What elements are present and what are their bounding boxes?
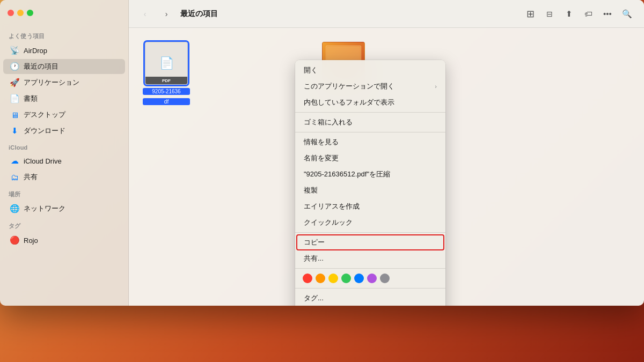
back-button[interactable]: ‹ [137,6,152,21]
desktop-icon: 🖥 [10,110,19,120]
tag-dot-red[interactable] [303,274,312,283]
sidebar-item-documents-label: 書類 [24,94,38,104]
ctx-copy[interactable]: コピー [296,234,444,250]
ctx-duplicate[interactable]: 複製 [296,182,444,198]
ctx-quicklook[interactable]: クイックルック [296,215,444,231]
close-button[interactable] [8,10,14,16]
toolbar-actions: ⊞ ⊟ ⬆ 🏷 ••• 🔍 [522,6,635,21]
file-name-badge-2: df [143,98,190,105]
pdf-icon: 📄 [159,56,174,70]
ctx-get-info[interactable]: 情報を見る [296,134,444,150]
ctx-sep-3 [295,232,445,233]
ctx-rename-label: 名前を変更 [304,153,339,163]
icloud-drive-icon: ☁ [10,156,19,166]
sidebar: よく使う項目 📡 AirDrop 🕐 最近の項目 🚀 アプリケーション 📄 書類… [0,0,129,306]
sidebar-item-network-label: ネットワーク [24,204,65,213]
ctx-open-with-arrow: › [435,83,437,90]
ctx-tags-label: タグ... [304,293,324,303]
ctx-share[interactable]: 共有... [296,250,444,267]
ctx-alias-label: エイリアスを作成 [304,202,360,211]
search-button[interactable]: 🔍 [618,6,635,21]
toolbar: ‹ › 最近の項目 ⊞ ⊟ ⬆ 🏷 ••• 🔍 [129,0,644,28]
ctx-show-folder-label: 内包しているフォルダで表示 [304,98,394,107]
tag-button[interactable]: 🏷 [580,6,597,21]
ctx-tags[interactable]: タグ... [296,290,444,306]
file-area: 📄 PDF 9205-21636 df スクリーンショット2023-0...13… [129,28,644,306]
sidebar-item-icloud-drive-label: iCloud Drive [24,157,62,165]
ctx-share-label: 共有... [304,254,324,263]
view-grid-button[interactable]: ⊞ [522,6,539,21]
sidebar-item-network[interactable]: 🌐 ネットワーク [3,201,125,216]
ctx-trash-label: ゴミ箱に入れる [304,117,353,127]
ctx-compress-label: "9205-21636512.pdf"を圧縮 [304,169,390,179]
sidebar-item-downloads[interactable]: ⬇ ダウンロード [3,123,125,138]
tag-red-icon: 🔴 [10,235,19,245]
airdrop-icon: 📡 [10,46,19,55]
sidebar-item-desktop[interactable]: 🖥 デスクトップ [3,107,125,122]
finder-window: よく使う項目 📡 AirDrop 🕐 最近の項目 🚀 アプリケーション 📄 書類… [0,0,644,306]
sidebar-item-icloud-drive[interactable]: ☁ iCloud Drive [3,153,125,168]
tag-dot-blue[interactable] [354,274,364,283]
tag-dot-orange[interactable] [316,274,325,283]
sidebar-item-shared-label: 共有 [24,172,38,182]
ctx-sep-1 [295,112,445,113]
ctx-open-label: 開く [304,65,318,75]
sidebar-section-places: 場所 [0,185,128,201]
ctx-open-with[interactable]: このアプリケーションで開く › [296,78,444,94]
main-content: ‹ › 最近の項目 ⊞ ⊟ ⬆ 🏷 ••• 🔍 📄 PDF [129,0,644,306]
sidebar-item-recent[interactable]: 🕐 最近の項目 [3,59,125,74]
downloads-icon: ⬇ [10,126,19,136]
ctx-copy-label: コピー [304,238,325,247]
fullscreen-button[interactable] [27,10,33,16]
shared-icon: 🗂 [10,172,19,182]
sidebar-item-airdrop[interactable]: 📡 AirDrop [3,43,125,58]
ctx-duplicate-label: 複製 [304,186,318,195]
ctx-sep-2 [295,132,445,132]
share-button[interactable]: ⬆ [560,6,577,21]
sidebar-item-recent-label: 最近の項目 [24,62,58,71]
traffic-lights [8,10,33,16]
view-list-button[interactable]: ⊟ [541,6,558,21]
ctx-alias[interactable]: エイリアスを作成 [296,198,444,215]
ctx-sep-4 [295,268,445,269]
tag-dot-yellow[interactable] [328,274,338,283]
sidebar-item-shared[interactable]: 🗂 共有 [3,169,125,184]
ctx-show-folder[interactable]: 内包しているフォルダで表示 [296,94,444,110]
more-button[interactable]: ••• [599,6,616,21]
sidebar-section-favorites: よく使う項目 [0,27,128,42]
sidebar-section-icloud: iCloud [0,139,128,153]
network-icon: 🌐 [10,204,19,213]
documents-icon: 📄 [10,94,19,104]
tag-dot-gray[interactable] [380,274,390,283]
pdf-type-label: PDF [145,77,187,84]
ctx-quicklook-label: クイックルック [304,218,353,227]
sidebar-item-desktop-label: デスクトップ [24,110,65,120]
sidebar-section-tags: タグ [0,217,128,232]
ctx-open[interactable]: 開く [296,62,444,78]
sidebar-item-airdrop-label: AirDrop [24,47,47,55]
applications-icon: 🚀 [10,78,19,87]
forward-button[interactable]: › [159,6,174,21]
ctx-open-with-label: このアプリケーションで開く [304,82,394,91]
pdf-thumbnail: 📄 PDF [145,42,188,85]
file-name-badge-1: 9205-21636 [143,88,190,95]
toolbar-title: 最近の項目 [180,9,515,19]
ctx-rename[interactable]: 名前を変更 [296,150,444,166]
sidebar-item-tag-red-label: Rojo [24,237,38,245]
sidebar-item-documents[interactable]: 📄 書類 [3,91,125,106]
minimize-button[interactable] [17,10,24,16]
ctx-get-info-label: 情報を見る [304,137,339,147]
ctx-compress[interactable]: "9205-21636512.pdf"を圧縮 [296,166,444,182]
ctx-trash[interactable]: ゴミ箱に入れる [296,114,444,130]
sidebar-item-tag-red[interactable]: 🔴 Rojo [3,233,125,248]
recent-icon: 🕐 [10,62,19,71]
sidebar-item-downloads-label: ダウンロード [24,126,65,136]
tag-dot-green[interactable] [341,274,351,283]
tag-dot-purple[interactable] [367,274,377,283]
ctx-sep-5 [295,288,445,289]
sidebar-item-applications[interactable]: 🚀 アプリケーション [3,75,125,90]
context-menu: 開く このアプリケーションで開く › 内包しているフォルダで表示 ゴミ箱に入れる… [295,60,445,306]
file-item-pdf[interactable]: 📄 PDF 9205-21636 df [140,39,193,114]
sidebar-item-applications-label: アプリケーション [24,78,79,87]
ctx-tag-colors [295,270,445,286]
